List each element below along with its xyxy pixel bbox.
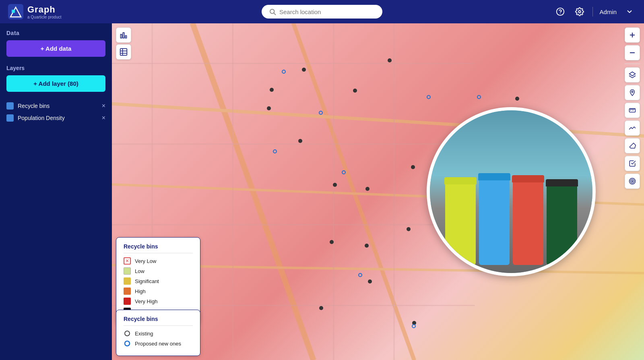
legend-color-high: [124, 288, 131, 295]
zoom-in-button[interactable]: [625, 27, 640, 43]
help-button[interactable]: [554, 5, 567, 18]
map-dot-proposed: [273, 149, 277, 153]
legend2-title: Recycle bins: [124, 316, 193, 326]
map-dot-proposed: [358, 273, 362, 277]
svg-rect-23: [125, 36, 126, 38]
admin-chevron-button[interactable]: [623, 5, 636, 18]
map-dot: [388, 58, 392, 62]
map-dot-proposed: [412, 324, 416, 328]
svg-point-42: [632, 181, 633, 182]
help-icon: [556, 7, 565, 16]
map-view-icons: [116, 27, 131, 60]
legend-color-significant: [124, 277, 131, 285]
add-layer-button[interactable]: + Add layer (80): [6, 75, 105, 92]
layers-button[interactable]: [625, 67, 640, 83]
legend-item-very-low: ✕ Very Low: [124, 257, 193, 265]
logo-name: Graph: [27, 4, 62, 15]
legend-color-low: [124, 267, 131, 275]
legend-item-proposed: Proposed new ones: [124, 340, 193, 347]
layer-close-recycle-bins[interactable]: ×: [102, 103, 105, 109]
layer-item-population-density: Population Density ×: [6, 112, 105, 124]
svg-rect-21: [121, 34, 122, 38]
map-dot-proposed: [427, 95, 431, 99]
legend-label-significant: Significant: [135, 278, 159, 284]
svg-line-4: [274, 13, 275, 14]
map-dot: [411, 165, 415, 169]
layer-label-recycle-bins: Recycle bins: [18, 103, 50, 109]
checklist-icon: [629, 160, 636, 167]
chart-view-button[interactable]: [116, 27, 131, 43]
svg-rect-2: [12, 10, 15, 13]
map-area[interactable]: Recycle bins ✕ Very Low Low Significant …: [112, 23, 644, 360]
map-dot: [515, 97, 519, 101]
map-dot: [407, 227, 411, 231]
svg-point-34: [632, 91, 633, 93]
check-button[interactable]: [625, 156, 640, 171]
admin-label: Admin: [599, 8, 617, 15]
target-button[interactable]: [625, 174, 640, 189]
layer-color-recycle-bins: [6, 102, 14, 110]
header-right: Admin: [554, 5, 636, 18]
legend-label-very-low: Very Low: [135, 258, 156, 264]
header-divider: [592, 7, 593, 17]
data-section-title: Data: [6, 30, 105, 36]
svg-rect-22: [123, 33, 124, 38]
logo-sub: a Quarticle product: [27, 15, 62, 19]
settings-button[interactable]: [573, 5, 586, 18]
svg-point-7: [579, 10, 581, 13]
existing-dot-icon: [124, 330, 131, 337]
layers-section-title: Layers: [6, 65, 105, 71]
logo-icon: [8, 4, 23, 19]
main: Data + Add data Layers + Add layer (80) …: [0, 23, 644, 360]
yellow-bin: [444, 177, 477, 265]
ruler-button[interactable]: [625, 103, 640, 118]
pin-button[interactable]: [625, 85, 640, 100]
search-input[interactable]: [279, 8, 368, 15]
svg-point-41: [631, 180, 634, 183]
map-dot: [365, 187, 369, 191]
right-toolbar: [625, 27, 640, 189]
target-icon: [629, 178, 636, 185]
search-bar: [262, 5, 382, 19]
svg-rect-24: [120, 49, 127, 56]
map-dot: [319, 306, 323, 310]
map-dot: [353, 89, 357, 93]
svg-marker-33: [630, 72, 636, 76]
map-dot-proposed: [319, 111, 323, 115]
table-view-button[interactable]: [116, 44, 131, 60]
chart-line-button[interactable]: [625, 120, 640, 136]
logo-area: Graph a Quarticle product: [8, 4, 62, 19]
search-icon: [269, 8, 276, 15]
legend-label-very-high: Very High: [135, 298, 157, 304]
legend-item-existing: Existing: [124, 330, 193, 337]
legend-label-proposed: Proposed new ones: [135, 341, 181, 347]
map-dot: [270, 88, 274, 92]
table-icon: [120, 48, 128, 56]
eraser-button[interactable]: [625, 138, 640, 153]
sidebar: Data + Add data Layers + Add layer (80) …: [0, 23, 112, 360]
line-chart-icon: [629, 124, 636, 132]
layer-close-population-density[interactable]: ×: [102, 115, 105, 121]
proposed-dot-icon: [124, 340, 131, 347]
legend-item-significant: Significant: [124, 277, 193, 285]
toolbar-divider: [625, 64, 640, 64]
plus-icon: [629, 31, 636, 39]
map-dot: [368, 279, 372, 283]
gear-icon: [575, 7, 584, 16]
legend1-title: Recycle bins: [124, 243, 193, 253]
legend-label-existing: Existing: [135, 331, 153, 337]
legend-label-high: High: [135, 288, 146, 294]
minus-icon: [629, 49, 636, 56]
zoom-out-button[interactable]: [625, 45, 640, 60]
red-bin: [512, 175, 544, 265]
map-dot: [330, 240, 334, 244]
legend-color-very-high: [124, 298, 131, 305]
pin-icon: [629, 89, 636, 96]
legend-label-low: Low: [135, 268, 144, 274]
legend-icon-very-low: ✕: [124, 257, 131, 265]
svg-point-29: [125, 341, 130, 346]
layers-icon: [629, 71, 636, 79]
map-dot: [267, 106, 271, 110]
add-data-button[interactable]: + Add data: [6, 40, 105, 57]
layer-item-recycle-bins: Recycle bins ×: [6, 100, 105, 112]
